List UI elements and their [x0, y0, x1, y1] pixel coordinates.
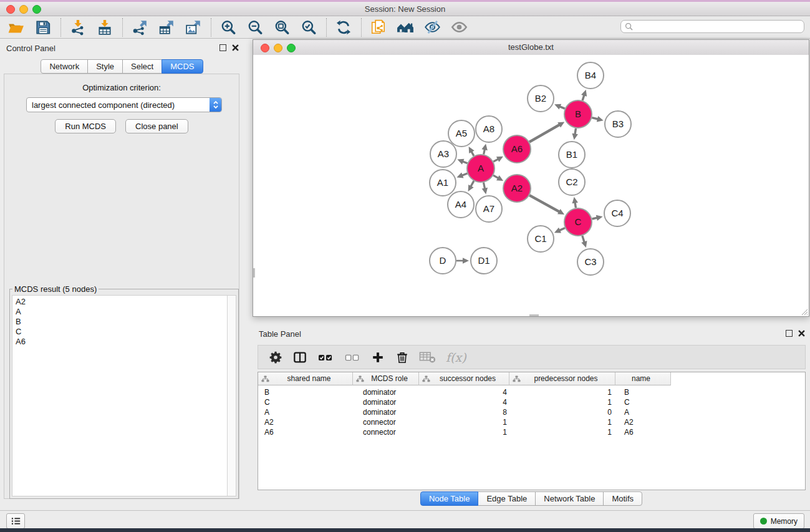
function-builder-button-disabled: f(x) [446, 351, 466, 364]
import-table-button[interactable] [95, 17, 115, 37]
column-header-name[interactable]: name [615, 372, 671, 385]
show-panels-button[interactable] [6, 513, 25, 529]
table-cell[interactable]: A6 [615, 428, 671, 437]
table-cell[interactable]: A [258, 408, 353, 417]
table-cell[interactable]: 1 [509, 388, 615, 397]
table-cell[interactable]: connector [353, 428, 419, 437]
canvas-bottom-grip[interactable] [529, 314, 539, 316]
table-cell[interactable]: 1 [509, 428, 615, 437]
close-panel-icon[interactable] [232, 44, 239, 51]
select-stepper-icon [210, 98, 221, 112]
column-header-predecessor-nodes[interactable]: predecessor nodes [509, 372, 615, 385]
table-cell[interactable]: A2 [615, 418, 671, 427]
table-cell[interactable]: 1 [419, 418, 509, 427]
table-options-button[interactable] [267, 349, 284, 366]
tab-node-table[interactable]: Node Table [420, 491, 479, 506]
table-cell[interactable]: A [615, 408, 671, 417]
table-cell[interactable]: 1 [509, 418, 615, 427]
tab-network-table[interactable]: Network Table [535, 491, 604, 506]
export-image-icon [185, 19, 201, 36]
table-cell[interactable]: A2 [258, 418, 353, 427]
open-session-button[interactable] [6, 17, 26, 37]
import-network-button[interactable] [68, 17, 88, 37]
graph-node-label: C1 [534, 233, 546, 244]
graph-node-label: B1 [566, 149, 577, 160]
optimization-criterion-select[interactable]: largest connected component (directed) [26, 97, 222, 112]
new-network-from-selection-button[interactable] [369, 17, 388, 37]
table-row[interactable]: A2connector11A2 [258, 417, 805, 427]
table-row[interactable]: Adominator80A [258, 407, 805, 417]
zoom-selected-button[interactable] [299, 17, 319, 37]
table-cell[interactable]: A6 [258, 428, 353, 437]
table-cell[interactable]: dominator [353, 398, 419, 407]
column-header-successor-nodes[interactable]: successor nodes [419, 372, 509, 385]
export-image-button[interactable] [183, 17, 203, 37]
home-button[interactable] [395, 17, 415, 37]
canvas-left-grip[interactable] [253, 268, 255, 278]
table-panel-tabbar: Node TableEdge TableNetwork TableMotifs [253, 491, 810, 506]
selected-criterion-value: largest connected component (directed) [27, 100, 210, 110]
deselect-all-button[interactable] [342, 349, 362, 366]
tab-network[interactable]: Network [41, 59, 88, 74]
table-cell[interactable]: 1 [419, 428, 509, 437]
mcds-result-item[interactable]: A [12, 307, 227, 317]
graph-node-label: C2 [566, 177, 577, 187]
table-panel-title: Table Panel [259, 329, 301, 339]
tab-select[interactable]: Select [122, 59, 162, 74]
table-cell[interactable]: B [258, 388, 353, 397]
export-table-button[interactable] [157, 17, 176, 37]
select-all-button[interactable] [316, 349, 335, 366]
scrollbar-track[interactable] [227, 296, 236, 496]
refresh-layout-button[interactable] [334, 17, 354, 37]
close-panel-button[interactable]: Close panel [125, 119, 188, 133]
memory-button[interactable]: Memory [753, 513, 804, 529]
table-cell[interactable]: 4 [419, 398, 509, 407]
mcds-result-item[interactable]: A6 [12, 337, 227, 347]
column-header-shared-name[interactable]: shared name [258, 372, 353, 385]
zoom-in-icon [220, 19, 236, 36]
table-cell[interactable]: 1 [509, 398, 615, 407]
save-session-button[interactable] [33, 17, 53, 37]
tab-style[interactable]: Style [87, 59, 123, 74]
hide-selected-button[interactable] [422, 17, 442, 37]
network-window-titlebar: testGlobe.txt [253, 40, 809, 56]
tab-edge-table[interactable]: Edge Table [478, 491, 536, 506]
export-network-button[interactable] [130, 17, 150, 37]
show-all-button[interactable] [449, 17, 469, 37]
graph-edge-arrowhead [463, 258, 469, 264]
run-mcds-button[interactable]: Run MCDS [55, 119, 116, 133]
network-canvas[interactable]: AA1A2A3A4A5A6A7A8BB1B2B3B4CC1C2C3C4DD1 [253, 55, 809, 316]
search-input[interactable] [635, 21, 804, 32]
close-panel-icon[interactable] [798, 330, 805, 337]
mcds-result-item[interactable]: B [12, 317, 227, 327]
table-cell[interactable]: 4 [419, 388, 509, 397]
table-cell[interactable]: connector [353, 418, 419, 427]
table-cell[interactable]: B [615, 388, 671, 397]
gear-icon [269, 351, 282, 364]
zoom-fit-button[interactable] [272, 17, 292, 37]
delete-column-button[interactable] [393, 349, 411, 366]
tab-mcds[interactable]: MCDS [162, 59, 203, 74]
show-column-button[interactable] [291, 349, 309, 366]
search-field[interactable] [620, 20, 804, 33]
resize-grip-icon[interactable] [800, 307, 808, 316]
table-cell[interactable]: 8 [419, 408, 509, 417]
table-row[interactable]: A6connector11A6 [258, 427, 805, 437]
column-header-mcds-role[interactable]: MCDS role [353, 372, 419, 385]
mcds-result-item[interactable]: C [12, 327, 227, 337]
hierarchy-icon [513, 375, 521, 382]
mcds-result-item[interactable]: A2 [12, 297, 227, 307]
tab-motifs[interactable]: Motifs [603, 491, 642, 506]
table-row[interactable]: Bdominator41B [258, 387, 805, 397]
table-cell[interactable]: 0 [509, 408, 615, 417]
table-cell[interactable]: dominator [353, 408, 419, 417]
float-panel-icon[interactable] [786, 330, 793, 337]
table-cell[interactable]: C [615, 398, 671, 407]
table-cell[interactable]: dominator [353, 388, 419, 397]
zoom-out-button[interactable] [245, 17, 265, 37]
float-panel-icon[interactable] [219, 44, 226, 51]
table-row[interactable]: Cdominator41C [258, 397, 805, 407]
table-cell[interactable]: C [258, 398, 353, 407]
create-column-button[interactable] [369, 349, 387, 366]
zoom-in-button[interactable] [218, 17, 238, 37]
